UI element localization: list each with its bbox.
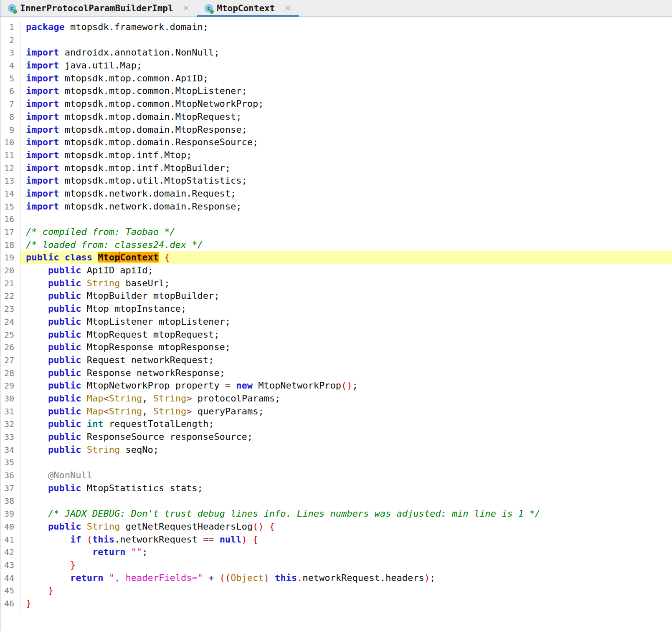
code-line[interactable]: import mtopsdk.mtop.common.MtopListener; xyxy=(20,85,672,98)
code-line[interactable]: public Mtop mtopInstance; xyxy=(20,303,672,316)
code-line[interactable]: import java.util.Map; xyxy=(20,59,672,72)
code-line[interactable]: public MtopStatistics stats; xyxy=(20,482,672,495)
class-icon-dot xyxy=(13,10,17,14)
code-line[interactable] xyxy=(20,456,672,469)
code-token: new xyxy=(236,380,253,391)
code-token: public xyxy=(48,342,81,352)
code-line[interactable]: public String seqNo; xyxy=(20,444,672,457)
code-token: public xyxy=(48,432,81,442)
code-token: public xyxy=(48,355,81,365)
code-line[interactable]: public MtopResponse mtopResponse; xyxy=(20,341,672,354)
code-line[interactable]: return ", headerFields=" + ((Object) thi… xyxy=(20,572,672,585)
code-line[interactable]: public Request networkRequest; xyxy=(20,354,672,367)
code-row: 46} xyxy=(0,597,672,610)
code-line[interactable]: return ""; xyxy=(20,546,672,559)
code-token: /* JADX DEBUG: Don't trust debug lines i… xyxy=(48,508,540,519)
code-line[interactable]: public ApiID apiId; xyxy=(20,264,672,277)
code-token xyxy=(26,278,48,288)
code-line[interactable]: public MtopRequest mtopRequest; xyxy=(20,328,672,341)
code-token: , xyxy=(142,393,153,404)
code-row: 13import mtopsdk.mtop.util.MtopStatistic… xyxy=(0,174,672,187)
code-token: < xyxy=(103,406,109,416)
code-token: null xyxy=(220,534,242,545)
code-line[interactable]: import mtopsdk.mtop.common.MtopNetworkPr… xyxy=(20,98,672,111)
code-line[interactable]: } xyxy=(20,597,672,610)
code-line[interactable]: import mtopsdk.mtop.intf.MtopBuilder; xyxy=(20,162,672,175)
code-row: 11import mtopsdk.mtop.intf.Mtop; xyxy=(0,149,672,162)
code-token xyxy=(26,290,48,301)
code-token: return xyxy=(70,573,103,583)
code-token: public xyxy=(48,278,81,288)
code-row: 32 public int requestTotalLength; xyxy=(0,418,672,431)
close-icon[interactable]: × xyxy=(284,4,292,13)
code-token: seqNo; xyxy=(120,444,159,455)
code-line[interactable]: public String getNetRequestHeadersLog() … xyxy=(20,520,672,533)
code-line[interactable]: @NonNull xyxy=(20,469,672,482)
code-line[interactable]: public MtopBuilder mtopBuilder; xyxy=(20,290,672,303)
code-row: 17/* compiled from: Taobao */ xyxy=(0,226,672,239)
line-number: 22 xyxy=(0,290,20,303)
tab-InnerProtocolParamBuilderImpl[interactable]: cInnerProtocolParamBuilderImpl× xyxy=(0,0,197,16)
code-token xyxy=(269,573,275,583)
code-line[interactable]: import androidx.annotation.NonNull; xyxy=(20,46,672,59)
code-line[interactable]: public class MtopContext { xyxy=(20,251,672,264)
code-token xyxy=(26,534,70,545)
code-line[interactable]: public MtopListener mtopListener; xyxy=(20,316,672,328)
code-line[interactable]: package mtopsdk.framework.domain; xyxy=(20,21,672,34)
code-row: 38 xyxy=(0,495,672,507)
code-line[interactable]: public Response networkResponse; xyxy=(20,367,672,380)
code-line[interactable]: public String baseUrl; xyxy=(20,277,672,290)
code-line[interactable] xyxy=(20,34,672,47)
code-line[interactable]: public Map<String, String> queryParams; xyxy=(20,405,672,418)
code-line[interactable]: import mtopsdk.mtop.domain.MtopResponse; xyxy=(20,124,672,136)
code-token: import xyxy=(26,175,59,186)
code-line[interactable]: import mtopsdk.network.domain.Request; xyxy=(20,187,672,200)
code-line[interactable]: public Map<String, String> protocolParam… xyxy=(20,392,672,405)
code-token: ApiID apiId; xyxy=(81,265,153,275)
code-line[interactable]: } xyxy=(20,584,672,597)
code-line[interactable]: public int requestTotalLength; xyxy=(20,418,672,431)
code-row: 1package mtopsdk.framework.domain; xyxy=(0,21,672,34)
code-token: = xyxy=(225,380,231,391)
code-token: mtopsdk.mtop.intf.Mtop; xyxy=(59,150,192,160)
code-token: String xyxy=(109,393,142,404)
code-token: mtopsdk.mtop.common.ApiID; xyxy=(59,73,208,83)
code-line[interactable] xyxy=(20,495,672,507)
code-row: 2 xyxy=(0,34,672,47)
code-line[interactable]: import mtopsdk.mtop.domain.ResponseSourc… xyxy=(20,136,672,149)
code-line[interactable]: import mtopsdk.mtop.domain.MtopRequest; xyxy=(20,111,672,124)
code-token: import xyxy=(26,137,59,147)
code-token: mtopsdk.mtop.intf.MtopBuilder; xyxy=(59,163,231,173)
code-token: public xyxy=(48,419,81,429)
code-line[interactable]: import mtopsdk.network.domain.Response; xyxy=(20,200,672,213)
code-token: MtopBuilder mtopBuilder; xyxy=(81,290,219,301)
code-line[interactable]: import mtopsdk.mtop.util.MtopStatistics; xyxy=(20,174,672,187)
tab-MtopContext[interactable]: cMtopContext× xyxy=(197,0,299,16)
close-icon[interactable]: × xyxy=(183,4,190,13)
code-token xyxy=(26,355,48,365)
code-token: Request networkRequest; xyxy=(81,355,214,365)
code-token: getNetRequestHeadersLog xyxy=(120,521,253,532)
code-token: .networkRequest.headers xyxy=(297,573,424,583)
code-line[interactable]: /* loaded from: classes24.dex */ xyxy=(20,239,672,252)
code-token: Mtop mtopInstance; xyxy=(81,303,186,314)
code-line[interactable]: if (this.networkRequest == null) { xyxy=(20,533,672,546)
code-row: 39 /* JADX DEBUG: Don't trust debug line… xyxy=(0,507,672,520)
code-token xyxy=(26,393,48,404)
code-line[interactable]: public ResponseSource responseSource; xyxy=(20,431,672,444)
line-number: 11 xyxy=(0,149,20,162)
code-token xyxy=(26,342,48,352)
code-token: baseUrl; xyxy=(120,278,170,288)
code-line[interactable] xyxy=(20,213,672,226)
code-line[interactable]: public MtopNetworkProp property = new Mt… xyxy=(20,379,672,392)
code-line[interactable]: /* JADX DEBUG: Don't trust debug lines i… xyxy=(20,507,672,520)
class-icon: c xyxy=(8,4,16,13)
code-line[interactable]: import mtopsdk.mtop.common.ApiID; xyxy=(20,72,672,85)
code-token: ( xyxy=(87,534,92,545)
code-row: 20 public ApiID apiId; xyxy=(0,264,672,277)
code-token: ) xyxy=(424,573,430,583)
code-line[interactable]: import mtopsdk.mtop.intf.Mtop; xyxy=(20,149,672,162)
code-line[interactable]: /* compiled from: Taobao */ xyxy=(20,226,672,239)
line-number: 7 xyxy=(0,98,20,111)
code-line[interactable]: } xyxy=(20,559,672,572)
